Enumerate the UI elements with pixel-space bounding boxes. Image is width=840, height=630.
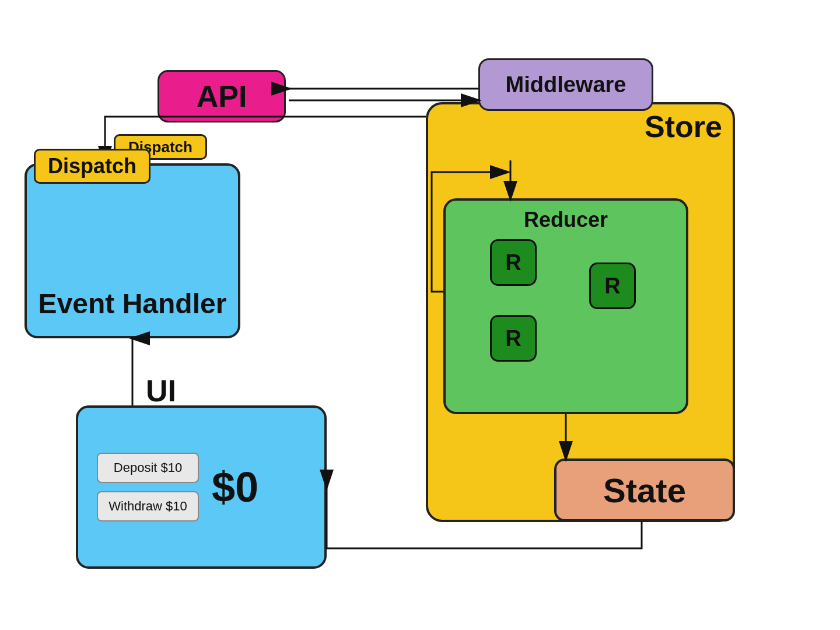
middleware-label: Middleware (506, 72, 626, 97)
store-label: Store (645, 109, 722, 144)
diagram-container: Store Reducer R R R State Middleware API… (0, 0, 840, 630)
middleware-box: Middleware (478, 58, 653, 111)
ui-amount: $0 (212, 463, 258, 511)
r2-label: R (604, 274, 620, 299)
r3-label: R (505, 326, 521, 351)
ui-box: Deposit $10 Withdraw $10 $0 (76, 405, 327, 569)
reducer-r1: R (490, 239, 537, 286)
api-box: API (158, 70, 286, 123)
reducer-r2: R (589, 262, 636, 309)
reducer-box: Reducer (443, 198, 688, 414)
ui-buttons: Deposit $10 Withdraw $10 (97, 453, 199, 522)
event-handler-box: Event Handler (24, 163, 240, 338)
ui-section-label: UI (146, 373, 176, 408)
api-label: API (197, 79, 247, 114)
deposit-button[interactable]: Deposit $10 (97, 453, 199, 483)
reducer-r3: R (490, 315, 537, 362)
r1-label: R (505, 250, 521, 275)
eh-dispatch-label: Dispatch (34, 149, 150, 184)
event-handler-label: Event Handler (38, 288, 227, 320)
reducer-label: Reducer (524, 208, 608, 232)
withdraw-button[interactable]: Withdraw $10 (97, 491, 199, 522)
state-box: State (554, 459, 735, 522)
state-label: State (603, 471, 686, 510)
